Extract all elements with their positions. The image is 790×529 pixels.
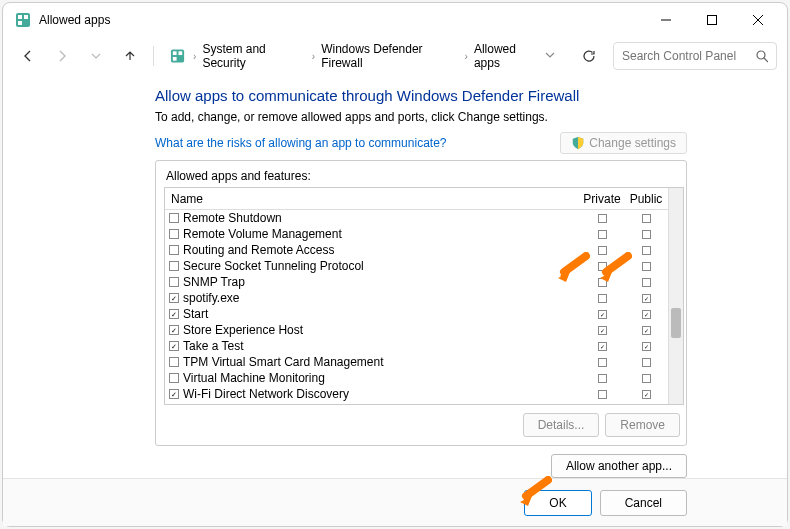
search-box[interactable] xyxy=(613,42,777,70)
back-icon xyxy=(21,49,35,63)
group-title: Allowed apps and features: xyxy=(164,169,684,183)
forward-button[interactable] xyxy=(47,41,77,71)
public-checkbox[interactable] xyxy=(642,246,651,255)
row-name: Routing and Remote Access xyxy=(183,243,580,257)
private-checkbox[interactable] xyxy=(598,310,607,319)
list-row[interactable]: Take a Test xyxy=(165,338,668,354)
row-enable-checkbox[interactable] xyxy=(169,357,179,367)
close-button[interactable] xyxy=(735,5,781,35)
chevron-down-icon xyxy=(545,50,555,60)
up-button[interactable] xyxy=(115,41,145,71)
public-checkbox[interactable] xyxy=(642,278,651,287)
public-checkbox[interactable] xyxy=(642,230,651,239)
svg-rect-5 xyxy=(708,16,717,25)
remove-button[interactable]: Remove xyxy=(605,413,680,437)
allow-another-app-button[interactable]: Allow another app... xyxy=(551,454,687,478)
close-icon xyxy=(753,15,763,25)
private-checkbox[interactable] xyxy=(598,294,607,303)
maximize-button[interactable] xyxy=(689,5,735,35)
list-row[interactable]: Remote Shutdown xyxy=(165,210,668,226)
navbar: › System and Security › Windows Defender… xyxy=(3,37,787,75)
row-name: Store Experience Host xyxy=(183,323,580,337)
row-private-cell xyxy=(580,326,624,335)
public-checkbox[interactable] xyxy=(642,342,651,351)
row-name: Remote Volume Management xyxy=(183,227,580,241)
breadcrumb-dropdown[interactable] xyxy=(545,49,555,63)
list-row[interactable]: SNMP Trap xyxy=(165,274,668,290)
breadcrumb-item[interactable]: Windows Defender Firewall xyxy=(317,40,462,72)
row-enable-checkbox[interactable] xyxy=(169,325,179,335)
list-row[interactable]: spotify.exe xyxy=(165,290,668,306)
list-row[interactable]: Routing and Remote Access xyxy=(165,242,668,258)
change-settings-button[interactable]: Change settings xyxy=(560,132,687,154)
list-row[interactable]: Windows Calculator xyxy=(165,402,668,404)
private-checkbox[interactable] xyxy=(598,358,607,367)
row-name: SNMP Trap xyxy=(183,275,580,289)
control-panel-icon xyxy=(15,12,31,28)
minimize-button[interactable] xyxy=(643,5,689,35)
private-checkbox[interactable] xyxy=(598,342,607,351)
recent-dropdown[interactable] xyxy=(81,41,111,71)
risk-link[interactable]: What are the risks of allowing an app to… xyxy=(155,136,446,150)
row-enable-checkbox[interactable] xyxy=(169,261,179,271)
breadcrumb[interactable]: › System and Security › Windows Defender… xyxy=(162,36,571,76)
content-area: Allow apps to communicate through Window… xyxy=(3,75,787,478)
row-enable-checkbox[interactable] xyxy=(169,277,179,287)
column-public[interactable]: Public xyxy=(624,192,668,206)
private-checkbox[interactable] xyxy=(598,214,607,223)
row-enable-checkbox[interactable] xyxy=(169,229,179,239)
list-row[interactable]: TPM Virtual Smart Card Management xyxy=(165,354,668,370)
list-row[interactable]: Store Experience Host xyxy=(165,322,668,338)
scrollbar[interactable] xyxy=(668,188,683,404)
annotation-arrow xyxy=(598,252,632,282)
details-button[interactable]: Details... xyxy=(523,413,600,437)
forward-icon xyxy=(55,49,69,63)
list-row[interactable]: Wi-Fi Direct Network Discovery xyxy=(165,386,668,402)
row-enable-checkbox[interactable] xyxy=(169,293,179,303)
public-checkbox[interactable] xyxy=(642,374,651,383)
row-name: TPM Virtual Smart Card Management xyxy=(183,355,580,369)
row-enable-checkbox[interactable] xyxy=(169,245,179,255)
row-name: Windows Calculator xyxy=(183,403,580,404)
public-checkbox[interactable] xyxy=(642,326,651,335)
public-checkbox[interactable] xyxy=(642,294,651,303)
refresh-button[interactable] xyxy=(575,42,603,70)
svg-line-13 xyxy=(764,58,768,62)
back-button[interactable] xyxy=(13,41,43,71)
control-panel-icon xyxy=(170,48,185,64)
list-row[interactable]: Remote Volume Management xyxy=(165,226,668,242)
row-enable-checkbox[interactable] xyxy=(169,309,179,319)
public-checkbox[interactable] xyxy=(642,358,651,367)
column-private[interactable]: Private xyxy=(580,192,624,206)
public-checkbox[interactable] xyxy=(642,390,651,399)
svg-rect-10 xyxy=(178,51,182,55)
row-name: Wi-Fi Direct Network Discovery xyxy=(183,387,580,401)
row-public-cell xyxy=(624,214,668,223)
list-row[interactable]: Virtual Machine Monitoring xyxy=(165,370,668,386)
private-checkbox[interactable] xyxy=(598,230,607,239)
column-name[interactable]: Name xyxy=(165,192,580,206)
scrollbar-thumb[interactable] xyxy=(671,308,681,338)
row-public-cell xyxy=(624,310,668,319)
search-input[interactable] xyxy=(622,49,752,63)
row-private-cell xyxy=(580,214,624,223)
svg-rect-3 xyxy=(18,21,22,25)
list-row[interactable]: Start xyxy=(165,306,668,322)
list-row[interactable]: Secure Socket Tunneling Protocol xyxy=(165,258,668,274)
private-checkbox[interactable] xyxy=(598,390,607,399)
row-enable-checkbox[interactable] xyxy=(169,373,179,383)
row-enable-checkbox[interactable] xyxy=(169,341,179,351)
breadcrumb-item[interactable]: System and Security xyxy=(198,40,309,72)
private-checkbox[interactable] xyxy=(598,374,607,383)
public-checkbox[interactable] xyxy=(642,310,651,319)
search-icon xyxy=(756,50,768,63)
row-public-cell xyxy=(624,390,668,399)
breadcrumb-item[interactable]: Allowed apps xyxy=(470,40,545,72)
public-checkbox[interactable] xyxy=(642,262,651,271)
titlebar: Allowed apps xyxy=(3,3,787,37)
private-checkbox[interactable] xyxy=(598,326,607,335)
cancel-button[interactable]: Cancel xyxy=(600,490,687,516)
public-checkbox[interactable] xyxy=(642,214,651,223)
row-enable-checkbox[interactable] xyxy=(169,213,179,223)
row-enable-checkbox[interactable] xyxy=(169,389,179,399)
